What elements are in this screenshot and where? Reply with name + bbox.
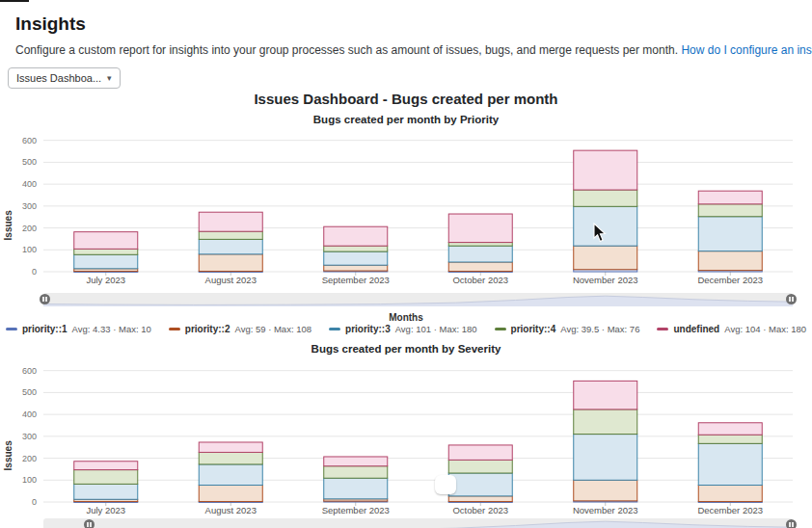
x-tick-label: October 2023 <box>452 275 508 285</box>
bar-segment-priority::2[interactable] <box>574 246 637 270</box>
bar-segment-undefined[interactable] <box>324 226 388 246</box>
legend-marker-icon <box>329 328 340 330</box>
severity-chart[interactable]: 0100200300400500600IssuesJuly 2023August… <box>0 361 812 521</box>
bar-segment-series-lightblue[interactable] <box>74 484 138 499</box>
bar-segment-series-lightblue[interactable] <box>574 435 637 481</box>
bar-segment-series-green[interactable] <box>448 460 512 473</box>
y-axis-title: Issues <box>3 440 14 471</box>
x-tick-label: December 2023 <box>697 505 763 515</box>
chart2-title: Bugs created per month by Severity <box>0 343 812 355</box>
datazoom-left-handle[interactable] <box>40 294 50 304</box>
y-tick-label: 600 <box>22 366 37 376</box>
legend-item-priority::3[interactable]: priority::3Avg: 101 · Max: 180 <box>329 324 477 334</box>
datazoom-left-handle[interactable] <box>84 519 95 528</box>
bar-segment-series-orange[interactable] <box>199 486 262 502</box>
y-tick-label: 100 <box>22 245 37 254</box>
insights-page: Insights Configure a custom report for i… <box>0 0 812 528</box>
bar-segment-series-green[interactable] <box>324 466 388 478</box>
legend-marker-icon <box>657 328 668 330</box>
bar-segment-priority::3[interactable] <box>199 239 262 253</box>
page-description: Configure a custom report for insights i… <box>15 43 812 57</box>
mouse-cursor <box>593 223 607 243</box>
bar-segment-priority::3[interactable] <box>448 246 512 262</box>
bar-segment-priority::4[interactable] <box>448 243 512 247</box>
bar-segment-undefined[interactable] <box>698 191 762 204</box>
dashboard-selector-dropdown[interactable]: Issues Dashboa... ▾ <box>8 67 121 89</box>
legend-series-name: priority::4 <box>511 324 556 334</box>
bar-segment-priority::4[interactable] <box>324 246 388 251</box>
y-tick-label: 0 <box>32 497 37 507</box>
chart1-datazoom-slider[interactable] <box>43 293 793 306</box>
y-tick-label: 600 <box>22 136 37 145</box>
bar-segment-series-orange[interactable] <box>698 486 762 502</box>
bar-segment-series-pink[interactable] <box>199 442 262 452</box>
bar-segment-series-green[interactable] <box>574 409 637 435</box>
bar-segment-priority::3[interactable] <box>74 254 138 269</box>
bar-segment-series-pink[interactable] <box>698 423 762 435</box>
bar-segment-series-green[interactable] <box>74 470 138 485</box>
bar-segment-undefined[interactable] <box>74 232 138 250</box>
legend-series-stats: Avg: 104 · Max: 180 <box>724 324 806 334</box>
bar-segment-series-orange[interactable] <box>574 480 637 501</box>
legend-series-name: undefined <box>673 324 719 334</box>
bar-segment-priority::2[interactable] <box>324 265 388 271</box>
chart2-datazoom-slider[interactable] <box>43 518 793 528</box>
chart1-legend: priority::1Avg: 4.33 · Max: 10priority::… <box>0 324 812 334</box>
bar-segment-priority::4[interactable] <box>698 204 762 217</box>
legend-item-undefined[interactable]: undefinedAvg: 104 · Max: 180 <box>657 324 806 334</box>
bar-segment-series-pink[interactable] <box>74 462 138 470</box>
chevron-down-icon: ▾ <box>107 73 112 83</box>
legend-item-priority::4[interactable]: priority::4Avg: 39.5 · Max: 76 <box>495 324 640 334</box>
bar-segment-priority::3[interactable] <box>698 217 762 251</box>
y-tick-label: 300 <box>22 201 37 211</box>
x-tick-label: October 2023 <box>452 505 508 515</box>
bar-segment-priority::2[interactable] <box>448 262 512 272</box>
legend-series-name: priority::2 <box>185 324 230 334</box>
bar-segment-series-pink[interactable] <box>448 445 512 460</box>
bar-segment-series-lightblue[interactable] <box>448 473 512 496</box>
datazoom-right-handle[interactable] <box>786 294 797 304</box>
x-axis-title: Months <box>0 312 812 323</box>
legend-item-priority::1[interactable]: priority::1Avg: 4.33 · Max: 10 <box>6 324 151 334</box>
insights-help-link[interactable]: How do I configure an insights report? <box>681 43 812 57</box>
x-tick-label: July 2023 <box>86 505 125 515</box>
x-tick-label: November 2023 <box>573 505 638 515</box>
legend-item-priority::2[interactable]: priority::2Avg: 59 · Max: 108 <box>169 324 311 334</box>
bar-segment-series-orange[interactable] <box>448 496 512 502</box>
datazoom-right-handle[interactable] <box>786 519 797 528</box>
legend-series-stats: Avg: 101 · Max: 180 <box>395 324 477 334</box>
y-tick-label: 500 <box>22 387 37 397</box>
priority-chart[interactable]: 0100200300400500600IssuesJuly 2023August… <box>0 131 812 291</box>
y-axis-title: Issues <box>3 210 14 241</box>
bar-segment-series-pink[interactable] <box>574 381 637 409</box>
bar-segment-series-lightblue[interactable] <box>199 464 262 486</box>
x-tick-label: August 2023 <box>205 505 257 515</box>
report-title: Issues Dashboard - Bugs created per mont… <box>0 91 812 107</box>
y-tick-label: 100 <box>22 475 37 485</box>
y-tick-label: 200 <box>22 224 37 233</box>
bar-segment-priority::2[interactable] <box>698 251 762 271</box>
bar-segment-priority::2[interactable] <box>199 254 262 272</box>
page-description-text: Configure a custom report for insights i… <box>15 43 678 57</box>
bar-segment-priority::3[interactable] <box>324 251 388 265</box>
legend-series-stats: Avg: 59 · Max: 108 <box>234 324 311 334</box>
bar-segment-series-green[interactable] <box>199 452 262 463</box>
bar-segment-undefined[interactable] <box>574 150 637 190</box>
legend-series-name: priority::1 <box>22 324 68 334</box>
bar-segment-series-lightblue[interactable] <box>698 443 762 485</box>
bar-segment-priority::4[interactable] <box>574 190 637 206</box>
page-title: Insights <box>15 13 86 35</box>
bar-segment-series-lightblue[interactable] <box>324 478 388 499</box>
legend-series-stats: Avg: 39.5 · Max: 76 <box>560 324 639 334</box>
bar-segment-undefined[interactable] <box>199 212 262 231</box>
y-tick-label: 300 <box>22 432 37 441</box>
bar-segment-series-green[interactable] <box>698 435 762 443</box>
bar-segment-priority::4[interactable] <box>74 249 138 254</box>
dashboard-selector-value: Issues Dashboa... <box>16 72 101 84</box>
bar-segment-series-pink[interactable] <box>324 457 388 466</box>
y-tick-label: 0 <box>32 267 37 277</box>
bar-segment-priority::4[interactable] <box>199 231 262 239</box>
legend-marker-icon <box>169 328 180 330</box>
bar-segment-undefined[interactable] <box>448 214 512 243</box>
legend-series-stats: Avg: 4.33 · Max: 10 <box>72 324 151 334</box>
